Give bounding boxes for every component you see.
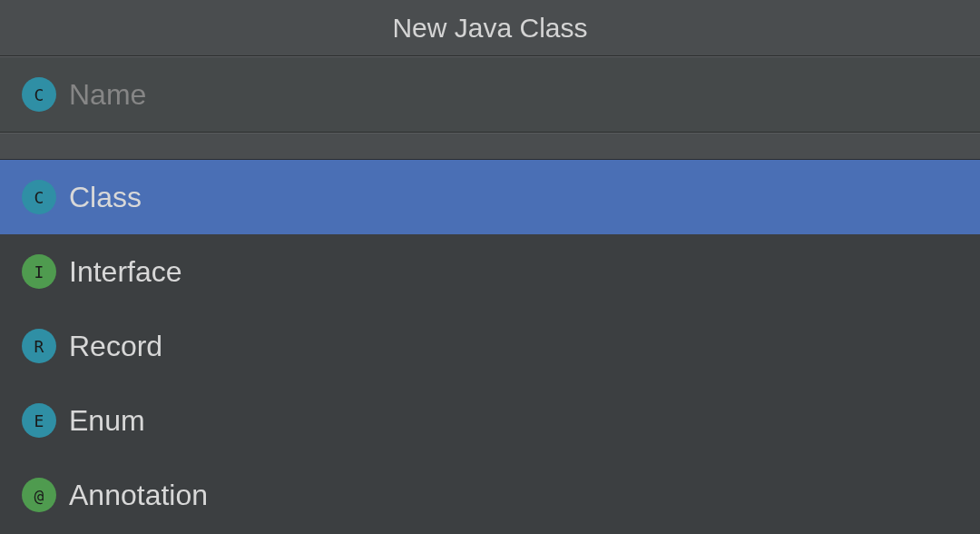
class-icon-letter: C (34, 85, 44, 104)
item-record-label: Record (69, 330, 162, 363)
item-class[interactable]: CClass (0, 160, 980, 234)
item-interface-icon: I (22, 254, 56, 289)
name-input-row[interactable]: C (0, 56, 980, 133)
class-icon: C (22, 77, 56, 112)
separator (0, 133, 980, 160)
item-enum-label: Enum (69, 404, 145, 438)
item-annotation-label: Annotation (69, 479, 208, 512)
item-enum[interactable]: EEnum (0, 383, 980, 458)
new-java-class-dialog: New Java Class C CClassIInterfaceRRecord… (0, 0, 980, 534)
item-interface[interactable]: IInterface (0, 234, 980, 309)
title-bar: New Java Class (0, 0, 980, 56)
item-annotation-icon-letter: @ (34, 486, 44, 505)
item-class-icon-letter: C (34, 188, 44, 207)
dialog-title: New Java Class (392, 13, 587, 44)
type-list: CClassIInterfaceRRecordEEnum@Annotation (0, 160, 980, 534)
item-enum-icon: E (22, 403, 56, 438)
item-annotation-icon: @ (22, 478, 56, 512)
item-annotation[interactable]: @Annotation (0, 458, 980, 532)
name-input[interactable] (69, 76, 980, 113)
item-interface-icon-letter: I (34, 262, 44, 282)
item-enum-icon-letter: E (34, 411, 44, 430)
item-interface-label: Interface (69, 255, 182, 289)
item-class-label: Class (69, 181, 142, 214)
item-record-icon-letter: R (34, 337, 44, 356)
item-record[interactable]: RRecord (0, 309, 980, 383)
item-class-icon: C (22, 180, 56, 214)
item-record-icon: R (22, 329, 56, 363)
